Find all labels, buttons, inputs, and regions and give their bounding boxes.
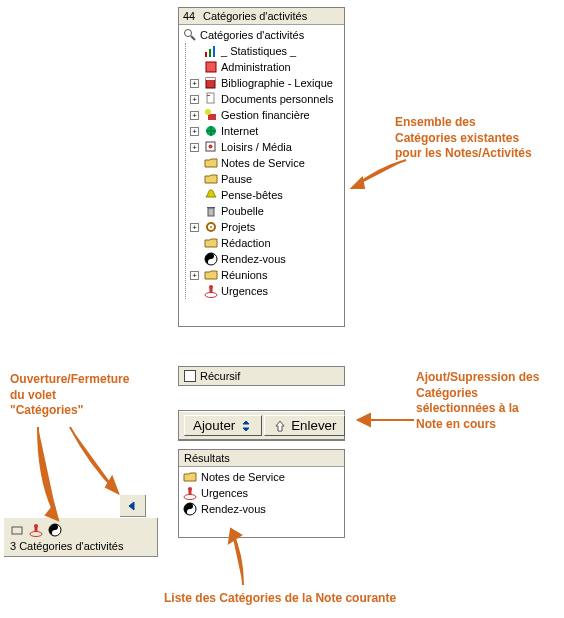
tree-item[interactable]: Urgences bbox=[188, 283, 342, 299]
svg-marker-28 bbox=[46, 505, 58, 520]
tree-item[interactable]: _ Statistiques _ bbox=[188, 43, 342, 59]
callout-add-remove: Ajout/Supression des Catégories sélectio… bbox=[416, 370, 561, 432]
tree-item-label: Bibliographie - Lexique bbox=[221, 77, 333, 89]
results-title: Résultats bbox=[184, 452, 230, 464]
globe-icon bbox=[204, 124, 218, 138]
callout-list: Liste des Catégories de la Note courante bbox=[164, 591, 396, 607]
expand-toggle[interactable]: + bbox=[190, 271, 199, 280]
tree-item[interactable]: +Documents personnels bbox=[188, 91, 342, 107]
svg-marker-24 bbox=[352, 178, 364, 188]
doc-icon bbox=[204, 92, 218, 106]
result-item[interactable]: Urgences bbox=[181, 485, 342, 501]
svg-marker-26 bbox=[358, 414, 370, 426]
panel-title: Catégories d'activités bbox=[203, 10, 307, 22]
add-button-label: Ajouter bbox=[193, 418, 235, 433]
mini-count-label: 3 Catégories d'activités bbox=[8, 539, 153, 553]
trash-icon bbox=[204, 204, 218, 218]
tree-item[interactable]: +Bibliographie - Lexique bbox=[188, 75, 342, 91]
back-arrow-icon bbox=[126, 499, 140, 513]
tree-item[interactable]: Rendez-vous bbox=[188, 251, 342, 267]
result-item[interactable]: Notes de Service bbox=[181, 469, 342, 485]
add-button[interactable]: Ajouter bbox=[184, 415, 262, 436]
result-item-label: Rendez-vous bbox=[201, 503, 266, 515]
tree-item-label: Poubelle bbox=[221, 205, 264, 217]
buttons-panel: Ajouter Enlever bbox=[178, 410, 345, 441]
folder-icon bbox=[204, 268, 218, 282]
tree-item[interactable]: +Internet bbox=[188, 123, 342, 139]
tree-item-label: _ Statistiques _ bbox=[221, 45, 296, 57]
chart-icon bbox=[204, 44, 218, 58]
expand-toggle[interactable]: + bbox=[190, 79, 199, 88]
urgent-icon[interactable] bbox=[29, 523, 43, 537]
categories-mini-toolbar: 3 Catégories d'activités bbox=[4, 518, 158, 557]
yinyang-icon bbox=[204, 252, 218, 266]
yinyang-icon bbox=[183, 502, 197, 516]
tree-item-label: Internet bbox=[221, 125, 258, 137]
tree-item[interactable]: Poubelle bbox=[188, 203, 342, 219]
folder-icon bbox=[183, 470, 197, 484]
search-icon bbox=[183, 28, 197, 42]
bell-icon bbox=[204, 188, 218, 202]
tree-root-label: Catégories d'activités bbox=[200, 29, 304, 41]
media-icon bbox=[204, 140, 218, 154]
folder-icon bbox=[204, 156, 218, 170]
urgent-icon bbox=[204, 284, 218, 298]
gear-icon bbox=[204, 220, 218, 234]
result-item[interactable]: Rendez-vous bbox=[181, 501, 342, 517]
closed-folder-icon[interactable] bbox=[10, 523, 24, 537]
admin-icon bbox=[204, 60, 218, 74]
expand-toggle[interactable]: + bbox=[190, 95, 199, 104]
result-item-label: Notes de Service bbox=[201, 471, 285, 483]
tree-item-label: Pause bbox=[221, 173, 252, 185]
tree-item-label: Projets bbox=[221, 221, 255, 233]
sort-icon bbox=[239, 419, 253, 433]
panel-header: 44 Catégories d'activités bbox=[179, 8, 344, 25]
expand-toggle[interactable]: + bbox=[190, 111, 199, 120]
tree-item[interactable]: +Gestion financière bbox=[188, 107, 342, 123]
tree-item[interactable]: Pense-bêtes bbox=[188, 187, 342, 203]
expand-toggle[interactable]: + bbox=[190, 223, 199, 232]
tree-item-label: Administration bbox=[221, 61, 291, 73]
tree-item-label: Documents personnels bbox=[221, 93, 334, 105]
results-panel: Résultats Notes de ServiceUrgencesRendez… bbox=[178, 449, 345, 538]
categories-tree-panel: 44 Catégories d'activités Catégories d'a… bbox=[178, 7, 345, 327]
folder-icon bbox=[204, 236, 218, 250]
callout-open-close: Ouverture/Fermeture du volet "Catégories… bbox=[10, 372, 160, 419]
remove-button-label: Enlever bbox=[291, 418, 336, 433]
tree-item-label: Pense-bêtes bbox=[221, 189, 283, 201]
recursive-checkbox[interactable] bbox=[184, 370, 196, 382]
result-item-label: Urgences bbox=[201, 487, 248, 499]
expand-toggle[interactable]: + bbox=[190, 143, 199, 152]
tree-item[interactable]: Rédaction bbox=[188, 235, 342, 251]
remove-button[interactable]: Enlever bbox=[264, 415, 345, 436]
tree-item[interactable]: Notes de Service bbox=[188, 155, 342, 171]
yinyang-icon[interactable] bbox=[48, 523, 62, 537]
tree-item-label: Rendez-vous bbox=[221, 253, 286, 265]
urgent-icon bbox=[183, 486, 197, 500]
controls-panel: Récursif bbox=[178, 366, 345, 386]
tree-item-label: Réunions bbox=[221, 269, 267, 281]
folder-icon bbox=[204, 172, 218, 186]
expand-toggle[interactable]: + bbox=[190, 127, 199, 136]
tree-item[interactable]: +Projets bbox=[188, 219, 342, 235]
callout-ensemble: Ensemble des Catégories existantes pour … bbox=[395, 115, 555, 162]
tree-item[interactable]: Pause bbox=[188, 171, 342, 187]
category-count: 44 bbox=[183, 10, 199, 22]
tree-item-label: Urgences bbox=[221, 285, 268, 297]
book-icon bbox=[204, 76, 218, 90]
results-header: Résultats bbox=[179, 450, 344, 467]
recursive-label: Récursif bbox=[200, 370, 240, 382]
tree-item[interactable]: +Réunions bbox=[188, 267, 342, 283]
tree-root[interactable]: Catégories d'activités bbox=[181, 27, 342, 43]
tree-item[interactable]: Administration bbox=[188, 59, 342, 75]
money-icon bbox=[204, 108, 218, 122]
tree-item-label: Notes de Service bbox=[221, 157, 305, 169]
up-arrow-icon bbox=[273, 419, 287, 433]
tree-item-label: Gestion financière bbox=[221, 109, 310, 121]
tree-item-label: Loisirs / Média bbox=[221, 141, 292, 153]
tree-item[interactable]: +Loisirs / Média bbox=[188, 139, 342, 155]
tree-item-label: Rédaction bbox=[221, 237, 271, 249]
recursive-row[interactable]: Récursif bbox=[179, 367, 344, 385]
